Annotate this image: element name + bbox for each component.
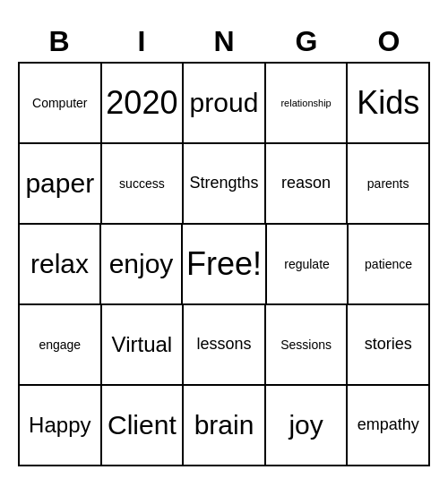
header-letter: N: [183, 21, 265, 62]
bingo-cell: success: [102, 144, 185, 225]
bingo-cell: 2020: [102, 64, 185, 144]
bingo-cell: relationship: [266, 64, 349, 144]
bingo-cell: patience: [349, 225, 430, 305]
bingo-row: engageVirtuallessonsSessionsstories: [20, 305, 430, 386]
bingo-row: papersuccessStrengthsreasonparents: [20, 144, 430, 225]
bingo-cell: Virtual: [102, 305, 185, 386]
bingo-card: BINGO Computer2020proudrelationshipKidsp…: [18, 21, 430, 466]
bingo-cell: reason: [266, 144, 349, 225]
bingo-header: BINGO: [18, 21, 430, 62]
header-letter: G: [265, 21, 348, 62]
bingo-cell: Kids: [348, 64, 430, 144]
bingo-cell: Happy: [20, 386, 102, 466]
header-letter: O: [348, 21, 430, 62]
bingo-cell: lessons: [184, 305, 266, 386]
bingo-cell: engage: [20, 305, 102, 386]
bingo-cell: stories: [348, 305, 430, 386]
bingo-cell: relax: [20, 225, 101, 305]
bingo-cell: brain: [184, 386, 266, 466]
bingo-row: HappyClientbrainjoyempathy: [20, 386, 430, 466]
bingo-cell: paper: [20, 144, 102, 225]
bingo-cell: Sessions: [266, 305, 349, 386]
header-letter: I: [100, 21, 183, 62]
bingo-grid: Computer2020proudrelationshipKidspapersu…: [18, 62, 430, 466]
bingo-cell: parents: [348, 144, 430, 225]
bingo-row: Computer2020proudrelationshipKids: [20, 64, 430, 144]
bingo-cell: joy: [266, 386, 349, 466]
bingo-cell: empathy: [348, 386, 430, 466]
bingo-cell: Client: [102, 386, 185, 466]
bingo-cell: regulate: [267, 225, 349, 305]
bingo-cell: enjoy: [101, 225, 183, 305]
header-letter: B: [18, 21, 100, 62]
bingo-cell: Computer: [20, 64, 102, 144]
bingo-cell: proud: [184, 64, 266, 144]
bingo-row: relaxenjoyFree!regulatepatience: [20, 225, 430, 305]
bingo-cell: Strengths: [184, 144, 266, 225]
bingo-cell: Free!: [183, 225, 267, 305]
